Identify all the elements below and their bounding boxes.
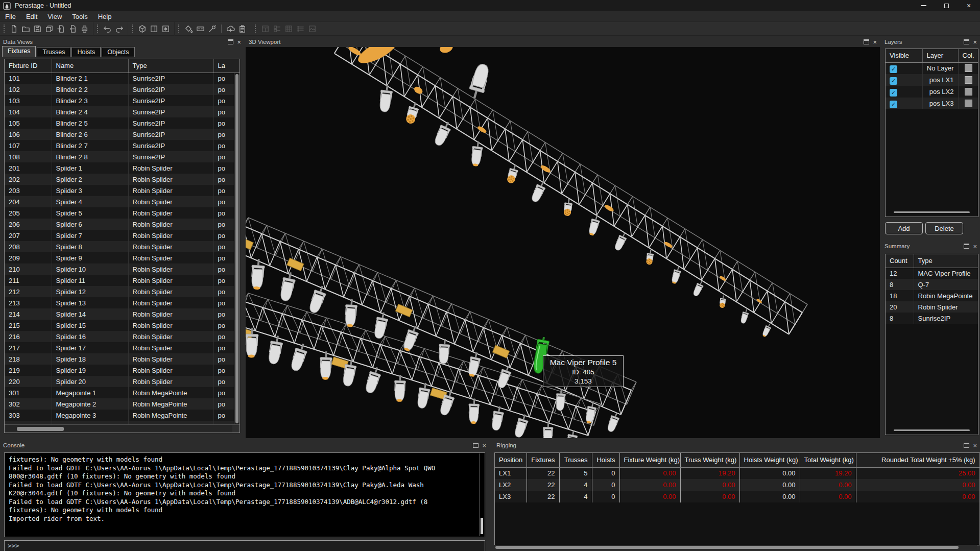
boxed-star-button[interactable] — [160, 23, 172, 35]
column-header[interactable]: Position — [495, 453, 527, 467]
new-file-button[interactable] — [8, 23, 20, 35]
fixture-row[interactable]: 218 Spiider 18 Robin Spiider po — [5, 353, 240, 365]
fixture-row[interactable]: 302 Megapointe 2 Robin MegaPointe po — [5, 398, 240, 410]
horizontal-scrollbar[interactable] — [894, 211, 970, 213]
fixture-row[interactable]: 212 Spiider 12 Robin Spiider po — [5, 286, 240, 297]
tab[interactable]: Objects — [102, 47, 134, 57]
viewport-canvas[interactable]: Mac Viper Profile 5 ID: 405 3.153 — [246, 47, 880, 438]
column-header[interactable]: Fixtures — [527, 453, 559, 467]
fixture-row[interactable]: 216 Spiider 16 Robin Spiider po — [5, 331, 240, 342]
menu-item[interactable]: Tools — [67, 11, 92, 22]
fixture-row[interactable]: 201 Spiider 1 Robin Spiider po — [5, 162, 240, 174]
fixture-row[interactable]: 202 Spiider 2 Robin Spiider po — [5, 174, 240, 185]
scrollbar-thumb[interactable] — [17, 427, 64, 431]
fixture-row[interactable]: 204 Spiider 4 Robin Spiider po — [5, 196, 240, 207]
layer-row[interactable]: ✓ pos LX1 — [886, 74, 978, 86]
fixture-row[interactable]: 103 Blinder 2 3 Sunrise2IP po — [5, 95, 240, 106]
drag-handle-icon[interactable] — [97, 25, 99, 33]
fixture-row[interactable]: 209 Spiider 9 Robin Spiider po — [5, 252, 240, 263]
layer-color-swatch[interactable] — [965, 100, 972, 107]
save-button[interactable] — [32, 23, 43, 35]
float-panel-icon[interactable] — [964, 443, 969, 448]
drag-handle-icon[interactable] — [255, 25, 256, 33]
drag-handle-icon[interactable] — [4, 25, 5, 33]
fixture-row[interactable]: 203 Spiider 3 Robin Spiider po — [5, 185, 240, 196]
layer-color-swatch[interactable] — [965, 64, 972, 72]
layer-color-swatch[interactable] — [965, 88, 972, 95]
horizontal-scrollbar[interactable] — [494, 545, 977, 549]
fixture-row[interactable]: 102 Blinder 2 2 Sunrise2IP po — [5, 84, 240, 95]
column-header[interactable]: Col. — [958, 49, 978, 62]
fixture-row[interactable]: 108 Blinder 2 8 Sunrise2IP po — [5, 151, 240, 162]
column-header[interactable]: Trusses — [559, 453, 592, 467]
fixture-row[interactable]: 107 Blinder 2 7 Sunrise2IP po — [5, 140, 240, 151]
fixture-row[interactable]: 214 Spiider 14 Robin Spiider po — [5, 308, 240, 320]
fixture-row[interactable]: 206 Spiider 6 Robin Spiider po — [5, 219, 240, 230]
fixture-row[interactable]: 101 Blinder 2 1 Sunrise2IP po — [5, 73, 240, 84]
close-panel-icon[interactable]: × — [973, 39, 977, 45]
fixture-row[interactable]: 215 Spiider 15 Robin Spiider po — [5, 320, 240, 331]
rigging-row[interactable]: LX3 22 4 0 0.00 0.00 0.00 0.00 0.00 — [495, 491, 979, 502]
menu-item[interactable]: Help — [93, 11, 117, 22]
scrollbar-thumb[interactable] — [235, 74, 238, 423]
tab[interactable]: Hoists — [71, 47, 101, 57]
visible-checkbox[interactable]: ✓ — [890, 65, 897, 73]
fixture-row[interactable]: 217 Spiider 17 Robin Spiider po — [5, 342, 240, 353]
layer-color-swatch[interactable] — [965, 76, 972, 84]
undo-button[interactable] — [102, 23, 113, 35]
save-as-button[interactable] — [43, 23, 55, 35]
probe-button[interactable] — [206, 23, 218, 35]
summary-row[interactable]: 18 Robin MegaPointe — [886, 290, 978, 301]
column-header[interactable]: Layer — [922, 49, 958, 62]
close-panel-icon[interactable]: × — [973, 243, 977, 250]
visible-checkbox[interactable]: ✓ — [890, 77, 897, 85]
column-header[interactable]: Hoists Weight (kg) — [739, 453, 800, 467]
column-header[interactable]: Fixture ID — [5, 59, 52, 73]
vertical-scrollbar[interactable] — [234, 73, 240, 424]
column-header[interactable]: Total Weight (kg) — [800, 453, 856, 467]
fixture-row[interactable]: 211 Spiider 11 Robin Spiider po — [5, 275, 240, 286]
column-header[interactable]: Type — [914, 254, 978, 268]
fixture-row[interactable]: 106 Blinder 2 6 Sunrise2IP po — [5, 129, 240, 140]
video-screen-button[interactable] — [195, 23, 206, 35]
float-panel-icon[interactable] — [964, 244, 969, 249]
summary-row[interactable]: 8 Q-7 — [886, 279, 978, 290]
redo-button[interactable] — [113, 23, 125, 35]
drag-handle-icon[interactable] — [132, 25, 133, 33]
export-file-button[interactable] — [67, 23, 79, 35]
tab[interactable]: Fixtures — [2, 46, 36, 57]
column-header[interactable]: La — [213, 59, 240, 73]
horizontal-scrollbar[interactable] — [5, 424, 240, 433]
summary-row[interactable]: 20 Robin Spiider — [886, 301, 978, 313]
scrollbar-thumb[interactable] — [495, 546, 959, 549]
fixture-row[interactable]: 220 Spiider 20 Robin Spiider po — [5, 376, 240, 387]
fixture-row[interactable]: 205 Spiider 5 Robin Spiider po — [5, 207, 240, 219]
float-panel-icon[interactable] — [228, 39, 233, 44]
column-header[interactable]: Type — [128, 59, 213, 73]
float-panel-icon[interactable] — [473, 443, 479, 448]
close-window-button[interactable]: × — [958, 0, 980, 11]
column-header[interactable]: Rounded Total Weight +5% (kg) — [856, 453, 979, 467]
scrollbar-thumb[interactable] — [481, 518, 483, 534]
float-panel-icon[interactable] — [964, 39, 969, 44]
cube-3d-button[interactable] — [136, 23, 148, 35]
close-panel-icon[interactable]: × — [973, 442, 977, 449]
menu-item[interactable]: View — [42, 11, 67, 22]
column-header[interactable]: Fixture Weight (kg) — [619, 453, 680, 467]
fixture-row[interactable]: 303 Megapointe 3 Robin MegaPointe po — [5, 410, 240, 421]
column-header[interactable]: Truss Weight (kg) — [680, 453, 739, 467]
fixture-row[interactable]: 210 Spiider 10 Robin Spiider po — [5, 263, 240, 275]
fixture-row[interactable]: 207 Spiider 7 Robin Spiider po — [5, 230, 240, 241]
visible-checkbox[interactable]: ✓ — [890, 89, 897, 97]
menu-item[interactable]: Edit — [21, 11, 42, 22]
summary-row[interactable]: 12 MAC Viper Profile — [886, 268, 978, 279]
minimize-window-button[interactable] — [913, 0, 935, 11]
rigging-row[interactable]: LX1 22 5 0 0.00 19.20 0.00 19.20 25.00 — [495, 467, 979, 479]
fixture-row[interactable]: 219 Spiider 19 Robin Spiider po — [5, 365, 240, 376]
fixture-row[interactable]: 104 Blinder 2 4 Sunrise2IP po — [5, 106, 240, 117]
import-file-button[interactable] — [55, 23, 67, 35]
layer-row[interactable]: ✓ pos LX3 — [886, 98, 978, 109]
side-panel-button[interactable] — [148, 23, 160, 35]
menu-item[interactable]: File — [0, 11, 21, 22]
close-panel-icon[interactable]: × — [873, 39, 877, 45]
